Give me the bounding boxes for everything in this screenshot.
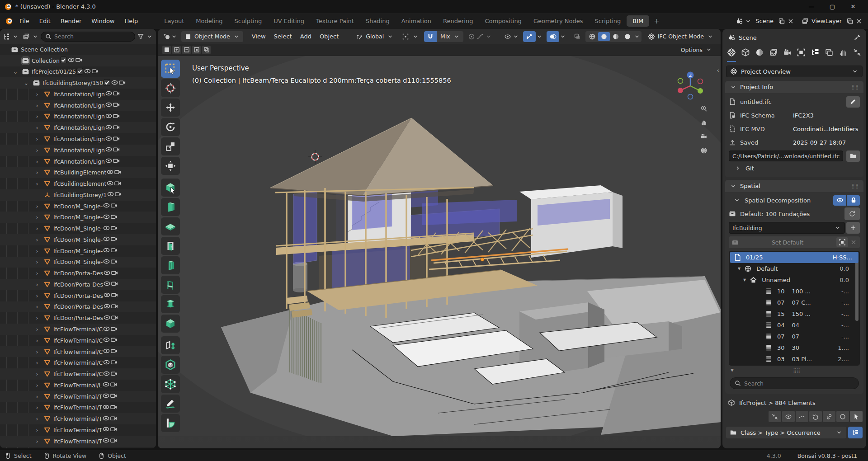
hide-viewport-icon[interactable] xyxy=(111,79,118,88)
snap-toggle[interactable] xyxy=(424,31,437,42)
outliner-row[interactable]: ›IfcAnnotation/Lign xyxy=(0,100,156,111)
expander-icon[interactable]: › xyxy=(33,382,41,389)
ifc-path-field[interactable]: C:/Users/Patrick/...wnloads/untitled.ifc xyxy=(729,151,843,161)
clear-icon[interactable] xyxy=(850,239,857,246)
hide-viewport-icon[interactable] xyxy=(103,213,110,222)
edit-project-button[interactable] xyxy=(846,96,860,108)
tool-door-button[interactable] xyxy=(161,237,180,255)
ifc-class-dropdown[interactable]: IfcBuilding xyxy=(729,222,845,234)
hide-viewport-icon[interactable] xyxy=(103,291,111,300)
workspace-tab-scripting[interactable]: Scripting xyxy=(589,15,627,27)
tool-profile-button[interactable] xyxy=(161,295,180,313)
hide-viewport-icon[interactable] xyxy=(105,101,113,110)
cursor-filled-button[interactable] xyxy=(850,411,863,422)
workspace-tab-uv-editing[interactable]: UV Editing xyxy=(268,15,310,27)
chevron-down-icon[interactable] xyxy=(536,33,543,40)
visibility-icon[interactable] xyxy=(504,33,511,40)
spatial-header[interactable]: Spatial ⣿⣿ xyxy=(725,180,863,192)
curve-button[interactable] xyxy=(796,411,808,422)
viewport-menu-add[interactable]: Add xyxy=(296,31,316,42)
hide-render-icon[interactable] xyxy=(113,89,120,99)
hide-viewport-icon[interactable] xyxy=(102,392,110,401)
hide-render-icon[interactable] xyxy=(111,280,118,289)
hide-viewport-icon[interactable] xyxy=(103,325,110,334)
spatial-tree-row[interactable]: ▼Default0.0 xyxy=(729,263,860,274)
hide-viewport-icon[interactable] xyxy=(102,403,110,412)
hide-viewport-icon[interactable] xyxy=(103,202,110,211)
outliner-row[interactable]: ›IfcDoor/Porta-Des xyxy=(0,290,156,301)
hide-render-icon[interactable] xyxy=(110,202,118,211)
outliner-row[interactable]: ›IfcFlowTerminal/T xyxy=(0,391,156,402)
menu-edit[interactable]: Edit xyxy=(34,16,56,26)
outliner-row[interactable]: ›IfcFlowTerminal/T xyxy=(0,436,156,447)
blender-menu-icon[interactable] xyxy=(5,18,13,25)
hide-render-icon[interactable] xyxy=(111,291,118,300)
tool-wall-button[interactable] xyxy=(161,198,180,216)
tool-explore-button[interactable] xyxy=(161,179,180,197)
workspace-tab-geometry-nodes[interactable]: Geometry Nodes xyxy=(528,15,589,27)
outliner-row[interactable]: ›IfcDoor/M_Single- xyxy=(0,245,156,257)
expander-icon[interactable]: ⌄ xyxy=(23,80,30,86)
browse-path-button[interactable] xyxy=(846,151,860,162)
hide-render-icon[interactable] xyxy=(110,392,118,401)
hide-viewport-icon[interactable] xyxy=(103,302,111,311)
outliner-row[interactable]: ›IfcFlowTerminal/T xyxy=(0,413,156,424)
chevron-down-icon[interactable] xyxy=(559,33,566,40)
outliner-row[interactable]: Scene Collection xyxy=(0,44,156,55)
tool-scale-button[interactable] xyxy=(161,137,180,155)
workspace-tab-bim[interactable]: BIM xyxy=(627,15,649,27)
pan-hand-icon[interactable] xyxy=(700,119,708,126)
outliner-row[interactable]: ›IfcDoor/M_Single- xyxy=(0,201,156,212)
tool-void-button[interactable] xyxy=(161,356,180,374)
select-mode-extend-button[interactable] xyxy=(172,46,181,54)
tool-cube-button[interactable] xyxy=(161,315,180,333)
hide-viewport-icon[interactable] xyxy=(105,146,113,155)
viewport-menu-view[interactable]: View xyxy=(248,31,270,42)
chevron-down-icon[interactable] xyxy=(745,18,752,25)
hide-render-icon[interactable] xyxy=(114,179,122,188)
outliner-row[interactable]: ›IfcAnnotation/Lign xyxy=(0,145,156,156)
expander-icon[interactable]: › xyxy=(33,180,41,187)
outliner-row[interactable]: ›IfcAnnotation/Lign xyxy=(0,133,156,145)
hide-viewport-icon[interactable] xyxy=(102,381,110,390)
viewport-menu-object[interactable]: Object xyxy=(316,31,343,42)
outliner-row[interactable]: Collection xyxy=(0,55,156,66)
hide-viewport-icon[interactable] xyxy=(103,224,110,233)
hide-render-icon[interactable] xyxy=(113,112,120,121)
outliner-row[interactable]: ›IfcDoor/Porta-Des xyxy=(0,301,156,313)
hide-render-icon[interactable] xyxy=(110,437,118,446)
hide-render-icon[interactable] xyxy=(113,135,120,144)
spatial-tree-row[interactable]: 0707-... xyxy=(729,331,860,342)
panel-grip[interactable]: ⣿⣿ xyxy=(851,85,859,89)
spatial-tree-row[interactable]: 01/25H-SS... xyxy=(730,252,859,263)
sidebar-tab-printer[interactable] xyxy=(825,48,834,62)
snap-blend-dropdown[interactable]: Mix xyxy=(437,31,463,42)
ortho-toggle-icon[interactable] xyxy=(700,147,708,154)
outliner-row[interactable]: ›IfcFlowTerminal/T xyxy=(0,402,156,414)
outliner-row[interactable]: ›IfcDoor/Porta-Des xyxy=(0,312,156,324)
hide-viewport-icon[interactable] xyxy=(103,370,110,379)
expander-icon[interactable]: › xyxy=(33,225,41,232)
tool-annotate-button[interactable] xyxy=(161,395,180,413)
hide-render-icon[interactable] xyxy=(110,414,118,423)
hide-viewport-icon[interactable] xyxy=(105,135,113,144)
set-default-button[interactable]: Set Default xyxy=(739,239,836,246)
workspace-tab-shading[interactable]: Shading xyxy=(360,15,396,27)
project-info-header[interactable]: Project Info ⣿⣿ xyxy=(725,81,863,93)
outliner-row[interactable]: ›IfcFlowTerminal/C xyxy=(0,324,156,335)
eye-button[interactable] xyxy=(782,411,795,422)
select-mode-subtract-button[interactable] xyxy=(182,46,191,54)
hide-render-icon[interactable] xyxy=(114,190,122,199)
grouping-mode-dropdown[interactable]: Class > Type > Occurrence xyxy=(726,427,846,438)
chevron-down-icon[interactable] xyxy=(485,33,492,40)
expander-icon[interactable]: › xyxy=(33,259,41,265)
outliner-row[interactable]: ›IfcBuildingElement xyxy=(0,178,156,189)
expander-icon[interactable]: › xyxy=(33,124,41,131)
add-workspace-button[interactable]: + xyxy=(649,16,664,26)
outliner-row[interactable]: ›IfcAnnotation/Lign xyxy=(0,122,156,133)
outliner-row[interactable]: ›IfcAnnotation/Lign xyxy=(0,89,156,100)
chevron-down-icon[interactable] xyxy=(733,197,741,204)
expander-icon[interactable]: › xyxy=(33,102,41,109)
options-button[interactable]: Options xyxy=(681,47,703,53)
sidebar-tab-nodebox[interactable] xyxy=(783,48,792,62)
